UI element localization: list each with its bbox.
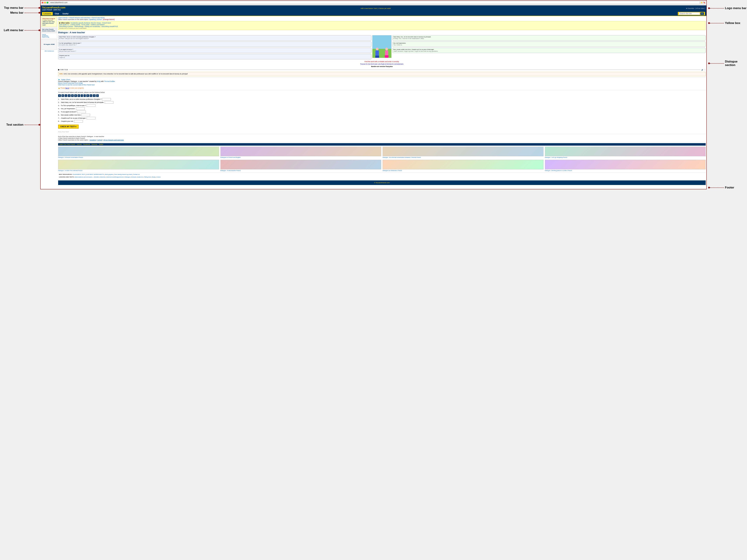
- bottom-link-worksheets[interactable]: OUR BEST WORKSHEETS: [86, 174, 104, 175]
- section-end-school[interactable]: School: [97, 139, 102, 141]
- sidebar-sentences-link[interactable]: 400 Sentences: [41, 50, 57, 52]
- yellow-link-clothes[interactable]: Clothes and fashion: [91, 24, 105, 26]
- accent-btn-i-circ[interactable]: î: [81, 94, 83, 97]
- bottom-link-popular[interactable]: Most popular: [105, 174, 113, 175]
- thumb-title-booking[interactable]: Dialogue : Booking places in a train.-Fr…: [545, 170, 706, 171]
- test-input-5[interactable]: [77, 111, 86, 113]
- social-stats-link[interactable]: Click here to see the current stats of t…: [58, 84, 95, 86]
- accent-btn-e-circ[interactable]: ê: [74, 94, 77, 97]
- yellow-double-click: Double-click on words you don't understa…: [59, 27, 86, 29]
- breadcrumb-lessons[interactable]: French lessons and exercises: [69, 17, 90, 19]
- bottom-link-colors[interactable]: Colors: [157, 176, 160, 178]
- audio-play-button[interactable]: ▶: [58, 69, 60, 71]
- breadcrumb-school[interactable]: School: [97, 19, 102, 20]
- test-input-2[interactable]: [105, 101, 113, 104]
- audio-options[interactable]: ⋮: [704, 69, 706, 71]
- bottom-link-dialogue[interactable]: Dialogue: [125, 176, 130, 178]
- check-test-button[interactable]: CHECK MY TEST>>: [58, 125, 79, 129]
- yellow-link-vocab[interactable]: Vocabulary grands étudiants Test de nive…: [71, 22, 101, 24]
- sidebar-link-games[interactable]: Games: [42, 34, 56, 35]
- related-link-twitter[interactable]: Twitter: [99, 143, 103, 145]
- related-link-games[interactable]: Games: [77, 143, 82, 145]
- bottom-link-weekly[interactable]: Free weekly lesson by email: [114, 174, 132, 175]
- accent-btn-e-acute[interactable]: é: [68, 94, 71, 97]
- address-bar[interactable]: www.tolearfrench.com: [49, 1, 700, 4]
- bottom-link-abbreviations[interactable]: Abbreviations and acronyms: [75, 176, 92, 178]
- bottom-link-announcement[interactable]: Autonomous/Disagreement: [106, 176, 124, 178]
- browser-minimize[interactable]: [44, 2, 46, 3]
- social-author-link[interactable]: bridg: [97, 80, 101, 82]
- bottom-link-contact[interactable]: Contact us: [133, 174, 139, 175]
- search-button[interactable]: Go: [700, 12, 704, 15]
- breadcrumb-learn-french[interactable]: Learn French: [58, 17, 68, 19]
- thumb-card-visitor: Dialogue : A visitor from abroad-French: [58, 160, 219, 171]
- nav-useful[interactable]: Useful: [61, 12, 70, 15]
- audio-volume[interactable]: 🔊: [701, 69, 703, 71]
- accent-btn-o-circ[interactable]: ô: [86, 94, 89, 97]
- breadcrumb-change-theme[interactable]: [Change theme!]: [103, 19, 115, 20]
- thumb-title-formal[interactable]: Dialogue : A formal conversation-French: [58, 157, 219, 158]
- accent-btn-i-uml[interactable]: ï: [83, 94, 86, 97]
- thumb-title-informal[interactable]: Dialogue : An informal conversation betw…: [383, 157, 543, 158]
- yellow-link-french-level[interactable]: French level: [102, 22, 111, 24]
- sidebar-link-vocabulary[interactable]: Vocabulary: [42, 35, 56, 36]
- bottom-link-placement[interactable]: PLACEMENT TEST: [73, 174, 85, 175]
- bottom-link-telling-time[interactable]: Telling time: [144, 176, 151, 178]
- thumb-title-restaurant[interactable]: Dialogue au restaurant,-French: [383, 170, 543, 171]
- breadcrumb-test[interactable]: French test #6241: [92, 17, 105, 19]
- bottom-link-activities[interactable]: Activities: [94, 176, 99, 178]
- social-exercises-link[interactable]: [More French exercises from bridg]: [58, 82, 83, 84]
- yellow-link-describing-oneself[interactable]: Describing oneself-FLE: [102, 26, 118, 27]
- bottom-link-adverbs[interactable]: Adverbs: [100, 176, 105, 178]
- yellow-link-describing[interactable]: Describing a picture · Methodology: [59, 26, 83, 27]
- audio-progress-bar[interactable]: [69, 70, 701, 70]
- breadcrumb-speaking[interactable]: Speaking: [89, 19, 96, 20]
- bottom-link-animals[interactable]: Animals: [131, 176, 136, 178]
- browser-close[interactable]: [42, 2, 44, 3]
- section-end-speaking[interactable]: Speaking: [89, 139, 96, 141]
- browser-maximize[interactable]: [47, 2, 48, 3]
- thumb-title-new[interactable]: Dialogue : A new teacher-French: [221, 170, 381, 171]
- test-input-7[interactable]: [87, 117, 96, 119]
- add-lesson-link[interactable]: Add a new lesson / test | 1 lesson per w…: [361, 7, 391, 9]
- nav-club[interactable]: Club: [53, 12, 60, 15]
- test-input-6[interactable]: [81, 114, 90, 116]
- accent-btn-u-circ[interactable]: û: [93, 94, 96, 97]
- dialogue-section: Dialogue : A new teacher Salut Peter ! A…: [58, 31, 706, 76]
- thumb-title-english[interactable]: Dialogues in French and English: [221, 157, 381, 158]
- nav-lessons[interactable]: Lessons: [42, 12, 53, 15]
- thumb-img-booking: [545, 160, 706, 169]
- accent-btn-a-circ[interactable]: â: [61, 94, 64, 97]
- related-link-facebook[interactable]: Facebook: [83, 143, 90, 145]
- twitter-share-link[interactable]: Twitter Share: [61, 79, 70, 80]
- accent-btn-u-uml[interactable]: ü: [96, 94, 99, 97]
- yellow-link-tests-audio[interactable]: tests audio A1: [59, 24, 69, 26]
- print-test-link: Print | Print TEST: [58, 131, 706, 133]
- related-link-learn[interactable]: Learn Our Free French: [59, 143, 75, 145]
- yellow-link-linking[interactable]: Linking words: [70, 24, 80, 26]
- band-son: Bande-son version française: [58, 65, 706, 68]
- login-link[interactable]: log in: [66, 87, 69, 89]
- test-input-1[interactable]: [102, 98, 111, 101]
- annot-bullet-dialogue: [708, 62, 724, 64]
- accent-btn-u-grave[interactable]: ù: [89, 94, 93, 97]
- thumb-title-shopping[interactable]: Dialogue : Let's go shopping-French: [545, 157, 706, 158]
- thumb-title-visitor[interactable]: Dialogue : A visitor from abroad-French: [58, 170, 219, 171]
- yellow-link-eating[interactable]: Eating out-Vocabulary: [85, 26, 100, 27]
- test-input-3[interactable]: [87, 104, 96, 107]
- bottom-link-body[interactable]: Body: [152, 176, 155, 178]
- section-end-all-lessons[interactable]: All our lessons and exercises: [103, 139, 124, 141]
- accent-btn-c-cedilla[interactable]: ç: [65, 94, 67, 97]
- sidebar-link-report[interactable]: Report a bug: [42, 36, 56, 37]
- accent-btn-e-uml[interactable]: ë: [78, 94, 80, 97]
- related-link-sources[interactable]: Sources: [92, 143, 97, 145]
- test-input-4[interactable]: [76, 107, 85, 110]
- social-test-builder-link[interactable]: The test builder.: [104, 80, 115, 82]
- test-input-8[interactable]: [74, 120, 83, 123]
- search-input[interactable]: [679, 12, 700, 15]
- accent-btn-a-grave[interactable]: à: [58, 94, 61, 97]
- footer-copyright: © ToLearnFrench.com: [59, 182, 705, 184]
- bottom-link-audio[interactable]: Audio A1: [137, 176, 143, 178]
- accent-btn-e-grave[interactable]: è: [71, 94, 74, 97]
- yellow-link-polite[interactable]: To be polite: [81, 24, 89, 26]
